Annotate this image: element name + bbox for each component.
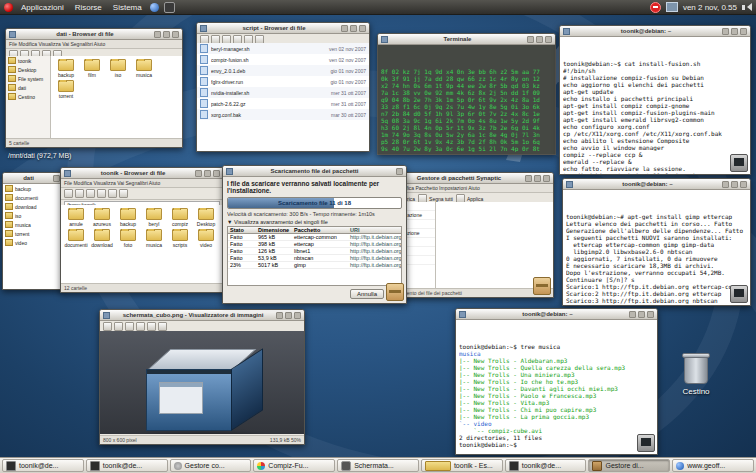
folder-item[interactable]: download (90, 229, 114, 248)
table-row[interactable]: Fatto 398 kB ettercap http://ftp.it.debi… (228, 241, 401, 248)
download-table[interactable]: Stato Dimensione Pacchetto URI Fatto 965… (227, 226, 402, 286)
minimize-button[interactable] (629, 311, 636, 318)
file-row[interactable]: beryl-manager.sh ven 02 nov 2007 (197, 43, 369, 54)
previous-image-icon[interactable] (103, 322, 112, 331)
folder-item[interactable]: foto (116, 229, 140, 248)
close-button[interactable] (740, 28, 747, 35)
next-image-icon[interactable] (114, 322, 123, 331)
close-button[interactable] (213, 170, 220, 177)
minimize-button[interactable] (525, 175, 532, 182)
minimize-button[interactable] (154, 31, 161, 38)
fullscreen-icon[interactable] (158, 322, 167, 331)
zoom-out-icon[interactable] (136, 322, 145, 331)
maximize-button[interactable] (536, 36, 543, 43)
window-file-manager-home[interactable]: toonik - Browser di file File Modifica V… (60, 167, 224, 293)
place-item[interactable]: video (3, 238, 63, 247)
taskbar-window-button[interactable]: Gestore di... (588, 459, 670, 472)
cancel-button[interactable]: Annulla (350, 289, 384, 299)
menu-applicazioni[interactable]: Applicazioni (18, 3, 67, 12)
taskbar-window-button[interactable]: www.geoff... (672, 459, 754, 472)
window-synaptic[interactable]: Gestore di pacchetti Synaptic File Modif… (382, 172, 554, 298)
folder-item[interactable]: amule (64, 208, 88, 227)
window-titlebar[interactable]: toonik@debian: ~ (560, 26, 750, 37)
web-browser-launcher-icon[interactable] (150, 3, 159, 12)
folder-view[interactable]: amule azureus backup beryl compiz (61, 205, 223, 284)
close-button[interactable] (647, 311, 654, 318)
menu-sistema[interactable]: Sistema (110, 3, 145, 12)
taskbar-window-button[interactable]: Schermata... (337, 459, 419, 472)
sidebar-item[interactable]: File system (6, 74, 50, 83)
maximize-button[interactable] (204, 170, 211, 177)
folder-item[interactable]: backup (54, 59, 78, 78)
menubar[interactable]: File Modifica Visualizza Vai Segnalibri … (6, 40, 182, 49)
terminal-output[interactable]: 8f 02 kz 7j 1q 9d x4 0n 3e bb 6h z2 5m a… (378, 45, 555, 154)
panel-clock[interactable]: ven 2 nov, 0.55 (683, 3, 737, 12)
window-titlebar[interactable]: Gestore di pacchetti Synaptic (383, 173, 553, 184)
maximize-button[interactable] (163, 31, 170, 38)
folder-item[interactable]: torrent (54, 80, 78, 99)
file-row[interactable]: patch-2.6.22.gz mer 31 ott 2007 (197, 98, 369, 109)
file-row[interactable]: nvidia-installer.sh mer 31 ott 2007 (197, 87, 369, 98)
close-button[interactable] (543, 175, 550, 182)
file-row[interactable]: xorg.conf.bak mar 30 ott 2007 (197, 109, 369, 120)
maximize-button[interactable] (731, 181, 738, 188)
window-image-viewer[interactable]: schermata_cubo.png - Visualizzatore di i… (99, 309, 305, 445)
minimize-button[interactable] (276, 312, 283, 319)
folder-item[interactable]: azureus (90, 208, 114, 227)
terminal-output[interactable]: toonik@debian:~# apt-get install gimp et… (563, 190, 750, 305)
back-icon[interactable] (64, 189, 73, 198)
folder-item[interactable]: film (80, 59, 104, 78)
menu-risorse[interactable]: Risorse (72, 3, 105, 12)
close-button[interactable] (396, 168, 403, 175)
folder-item[interactable]: documenti (64, 229, 88, 248)
reload-icon[interactable] (108, 189, 117, 198)
update-notifier-icon[interactable] (650, 2, 661, 13)
terminal-launcher-icon[interactable] (164, 2, 175, 13)
window-titlebar[interactable]: script - Browser di file (197, 23, 369, 34)
sidebar-item[interactable]: Cestino (6, 92, 50, 101)
home-icon[interactable] (119, 189, 128, 198)
window-titlebar[interactable]: toonik@debian: ~ (563, 179, 750, 190)
minimize-button[interactable] (527, 36, 534, 43)
window-titlebar[interactable]: schermata_cubo.png - Visualizzatore di i… (100, 310, 304, 321)
close-button[interactable] (359, 25, 366, 32)
taskbar-window-button[interactable]: Gestore co... (170, 459, 252, 472)
window-file-manager-scripts[interactable]: script - Browser di file beryl-manager.s… (196, 22, 370, 152)
window-terminal-script[interactable]: toonik@debian: ~ toonik@debian:~$ cat in… (559, 25, 751, 175)
place-item[interactable]: download (3, 202, 63, 211)
place-item[interactable]: iso (3, 211, 63, 220)
menubar[interactable]: File Modifica Pacchetto Impostazioni Aiu… (383, 184, 553, 193)
file-row[interactable]: compiz-fusion.sh ven 02 nov 2007 (197, 54, 369, 65)
table-row[interactable]: Fatto 126 kB libnet1 http://ftp.it.debia… (228, 248, 401, 255)
maximize-button[interactable] (731, 28, 738, 35)
places-list[interactable]: backup documenti download iso musica (3, 184, 63, 289)
stop-icon[interactable] (97, 189, 106, 198)
window-titlebar[interactable]: toonik@debian: ~ (456, 309, 657, 320)
volume-icon[interactable] (742, 3, 752, 11)
trash-desktop-icon[interactable]: Cestino (672, 356, 720, 396)
table-row[interactable]: Fatto 965 kB ettercap-common http://ftp.… (228, 234, 401, 241)
window-titlebar[interactable]: Terminale (378, 34, 555, 45)
place-item[interactable]: documenti (3, 193, 63, 202)
col-pacchetto[interactable]: Pacchetto (292, 227, 348, 233)
close-button[interactable] (172, 31, 179, 38)
menubar[interactable]: File Modifica Visualizza Vai Segnalibri … (61, 179, 223, 188)
col-stato[interactable]: Stato (228, 227, 256, 233)
taskbar-window-button[interactable]: toonik@de... (86, 459, 168, 472)
folder-item[interactable]: musica (132, 59, 156, 78)
window-file-manager-dati[interactable]: dati - Browser di file File Modifica Vis… (5, 28, 183, 148)
folder-item[interactable]: compiz (168, 208, 192, 227)
taskbar-window-button[interactable]: toonik@de... (505, 459, 587, 472)
forward-icon[interactable] (75, 189, 84, 198)
sidebar-item[interactable]: Desktop (6, 65, 50, 74)
minimize-button[interactable] (195, 170, 202, 177)
terminal-output[interactable]: toonik@debian:~$ tree musicamusica|-- Ne… (456, 320, 657, 454)
folder-item[interactable]: iso (106, 59, 130, 78)
terminal-output[interactable]: toonik@debian:~$ cat install-fusion.sh#!… (560, 37, 750, 174)
folder-item[interactable]: beryl (142, 208, 166, 227)
window-titlebar[interactable]: dati - Browser di file (6, 29, 182, 40)
close-button[interactable] (53, 175, 60, 182)
maximize-button[interactable] (350, 25, 357, 32)
folder-view[interactable]: backup film iso musica (51, 56, 182, 139)
close-button[interactable] (740, 181, 747, 188)
